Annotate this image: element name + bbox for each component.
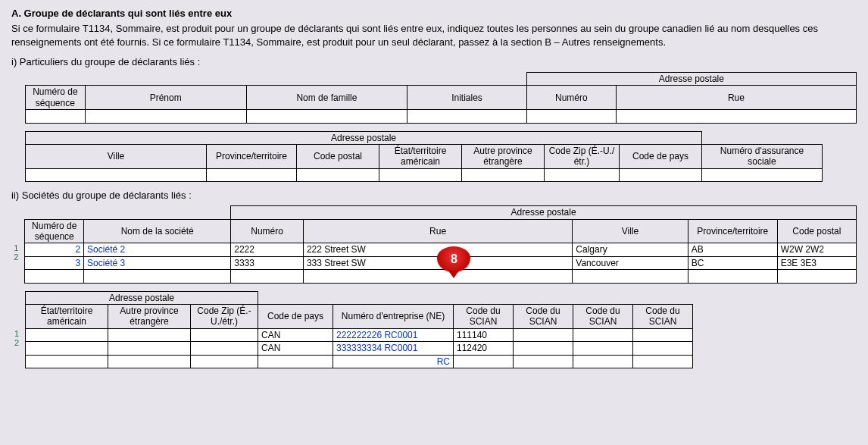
header-prov: Province/territoire xyxy=(688,219,777,243)
section-title: A. Groupe de déclarants qui sont liés en… xyxy=(11,8,857,19)
cell-nom[interactable]: Société 2 xyxy=(84,243,231,256)
header-code-zip: Code Zip (É.-U./étr.) xyxy=(545,145,620,169)
header-code-pays: Code de pays xyxy=(620,145,702,169)
cell-nom[interactable]: Société 3 xyxy=(84,256,231,269)
cell[interactable] xyxy=(514,328,573,341)
cell[interactable] xyxy=(191,328,258,341)
header-etat-us: État/territoire américain xyxy=(26,304,108,328)
cell[interactable] xyxy=(545,168,620,181)
cell-ville[interactable]: Calgary xyxy=(573,243,688,256)
cell-scian[interactable]: 112420 xyxy=(454,342,514,355)
header-ville: Ville xyxy=(573,219,688,243)
cell[interactable] xyxy=(616,110,856,123)
header-code-postal: Code postal xyxy=(777,219,856,243)
header-etat-us: État/territoire américain xyxy=(379,145,462,169)
cell[interactable] xyxy=(688,270,777,283)
cell[interactable] xyxy=(108,342,191,355)
cell[interactable] xyxy=(620,168,702,181)
cell[interactable] xyxy=(231,270,304,283)
cell-rc[interactable]: RC xyxy=(333,355,454,368)
cell[interactable] xyxy=(108,328,191,341)
cell[interactable] xyxy=(303,270,572,283)
cell[interactable] xyxy=(407,110,527,123)
cell[interactable] xyxy=(26,168,207,181)
header-ville: Ville xyxy=(26,145,207,169)
cell[interactable] xyxy=(191,355,258,368)
cell[interactable] xyxy=(526,110,616,123)
cell-ne[interactable]: 333333334 RC0001 xyxy=(333,342,454,355)
cell[interactable] xyxy=(573,270,688,283)
cell-num[interactable]: 3333 xyxy=(231,256,304,269)
cell[interactable] xyxy=(26,328,108,341)
header-prov: Province/territoire xyxy=(207,145,297,169)
header-adresse-postale: Adresse postale xyxy=(231,206,857,219)
header-code-zip: Code Zip (É.-U./étr.) xyxy=(191,304,258,328)
table-row: CAN 333333334 RC0001 112420 xyxy=(26,342,693,355)
cell[interactable] xyxy=(26,110,86,123)
cell[interactable] xyxy=(85,110,246,123)
header-adresse-postale: Adresse postale xyxy=(26,131,702,144)
row-index: 1 xyxy=(11,329,22,338)
row-index: 1 xyxy=(11,243,21,252)
header-scian: Code du SCIAN xyxy=(454,304,514,328)
part-i-heading: i) Particuliers du groupe de déclarants … xyxy=(11,56,857,67)
cell[interactable] xyxy=(633,328,693,341)
cell[interactable] xyxy=(573,342,633,355)
header-scian: Code du SCIAN xyxy=(514,304,573,328)
cell[interactable] xyxy=(702,168,823,181)
header-code-pays: Code de pays xyxy=(258,304,333,328)
cell[interactable] xyxy=(573,355,633,368)
part-ii-heading: ii) Sociétés du groupe de déclarants lié… xyxy=(11,190,857,201)
header-adresse-postale: Adresse postale xyxy=(526,73,856,86)
header-scian: Code du SCIAN xyxy=(573,304,633,328)
cell[interactable] xyxy=(246,110,407,123)
cell-cp[interactable]: W2W 2W2 xyxy=(777,243,856,256)
header-code-postal: Code postal xyxy=(297,145,379,169)
cell-seq[interactable]: 2 xyxy=(25,243,84,256)
cell[interactable] xyxy=(379,168,462,181)
header-prenom: Prénom xyxy=(85,86,246,110)
header-nom-famille: Nom de famille xyxy=(246,86,407,110)
cell[interactable] xyxy=(633,342,693,355)
cell[interactable] xyxy=(25,270,84,283)
cell-seq[interactable]: 3 xyxy=(25,256,84,269)
cell[interactable] xyxy=(454,355,514,368)
cell[interactable] xyxy=(777,270,856,283)
cell[interactable] xyxy=(573,328,633,341)
cell[interactable] xyxy=(207,168,297,181)
cell[interactable] xyxy=(514,355,573,368)
header-numero: Numéro xyxy=(526,86,616,110)
cell[interactable] xyxy=(258,355,333,368)
row-index: 2 xyxy=(11,252,21,262)
cell-ville[interactable]: Vancouver xyxy=(573,256,688,269)
cell[interactable] xyxy=(462,168,545,181)
cell-num[interactable]: 2222 xyxy=(231,243,304,256)
cell-prov[interactable]: BC xyxy=(688,256,777,269)
cell-pays[interactable]: CAN xyxy=(258,328,333,341)
part-ii-table1: Adresse postale Numéro de séquence Nom d… xyxy=(24,205,857,283)
header-adresse-postale: Adresse postale xyxy=(26,291,258,304)
cell[interactable] xyxy=(26,342,108,355)
cell[interactable] xyxy=(84,270,231,283)
part-i-table1: Adresse postale Numéro de séquence Préno… xyxy=(25,72,857,124)
cell-prov[interactable]: AB xyxy=(688,243,777,256)
header-rue: Rue xyxy=(303,219,572,243)
header-ne: Numéro d'entreprise (NE) xyxy=(333,304,454,328)
cell[interactable] xyxy=(191,342,258,355)
cell[interactable] xyxy=(108,355,191,368)
cell-scian[interactable]: 111140 xyxy=(454,328,514,341)
row-index: 2 xyxy=(11,338,22,347)
cell[interactable] xyxy=(633,355,693,368)
header-num-seq: Numéro de séquence xyxy=(26,86,86,110)
header-scian: Code du SCIAN xyxy=(633,304,693,328)
section-intro: Si ce formulaire T1134, Sommaire, est pr… xyxy=(11,22,857,49)
part-i-table2: Adresse postale Ville Province/territoir… xyxy=(25,131,823,183)
cell[interactable] xyxy=(26,355,108,368)
cell-cp[interactable]: E3E 3E3 xyxy=(777,256,856,269)
cell-ne[interactable]: 222222226 RC0001 xyxy=(333,328,454,341)
cell[interactable] xyxy=(514,342,573,355)
header-nas: Numéro d'assurance sociale xyxy=(702,145,823,169)
cell[interactable] xyxy=(297,168,379,181)
cell-pays[interactable]: CAN xyxy=(258,342,333,355)
header-num-seq: Numéro de séquence xyxy=(25,219,84,243)
